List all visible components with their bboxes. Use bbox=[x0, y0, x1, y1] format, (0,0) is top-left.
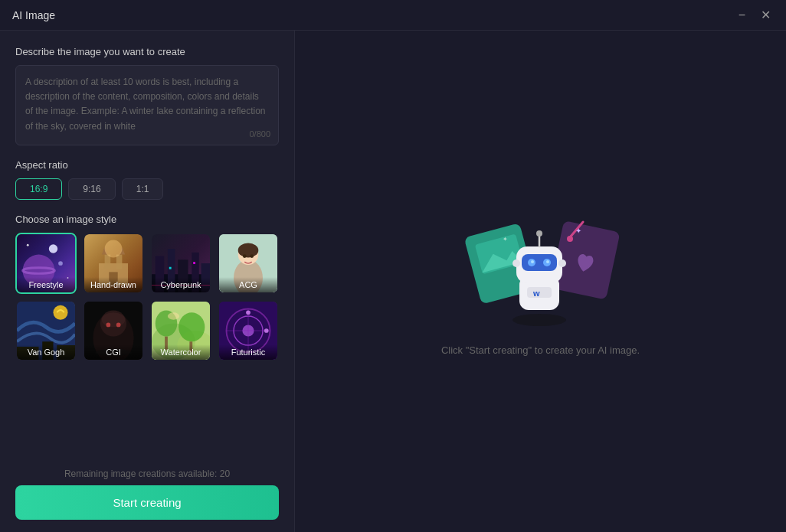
svg-point-4 bbox=[27, 244, 29, 246]
svg-point-75 bbox=[567, 236, 573, 242]
svg-point-36 bbox=[102, 312, 125, 327]
svg-point-44 bbox=[178, 312, 205, 341]
aspect-16-9[interactable]: 16:9 bbox=[15, 178, 62, 200]
svg-point-47 bbox=[168, 312, 179, 320]
char-count: 0/800 bbox=[249, 129, 270, 139]
svg-point-2 bbox=[49, 244, 57, 253]
svg-text:w: w bbox=[532, 289, 540, 298]
svg-point-66 bbox=[531, 260, 534, 263]
style-cyberpunk[interactable]: Cyberpunk bbox=[150, 233, 211, 294]
svg-text:✦: ✦ bbox=[575, 227, 581, 235]
svg-point-25 bbox=[238, 243, 259, 257]
style-watercolor[interactable]: Watercolor bbox=[150, 300, 211, 361]
svg-rect-8 bbox=[116, 255, 123, 269]
right-panel: w ✦ ✦ Click "Start creating" to create y… bbox=[295, 31, 786, 532]
style-hand-drawn[interactable]: Hand-drawn bbox=[83, 233, 144, 294]
svg-rect-7 bbox=[105, 255, 111, 269]
description-label: Describe the image you want to create bbox=[15, 46, 279, 57]
bottom-section: Remaining image creations available: 20 … bbox=[15, 461, 279, 532]
spacer bbox=[15, 369, 279, 461]
svg-text:✦: ✦ bbox=[503, 236, 508, 243]
svg-point-3 bbox=[58, 261, 63, 266]
style-acg[interactable]: ACG bbox=[218, 233, 279, 294]
svg-rect-20 bbox=[169, 267, 172, 269]
style-hand-drawn-label: Hand-drawn bbox=[84, 277, 142, 292]
style-van-gogh-label: Van Gogh bbox=[17, 344, 75, 360]
style-cgi-label: CGI bbox=[84, 344, 142, 360]
svg-point-55 bbox=[264, 328, 269, 333]
main-layout: Describe the image you want to create A … bbox=[0, 31, 786, 532]
description-box[interactable]: A description of at least 10 words is be… bbox=[15, 65, 279, 145]
window-controls: − ✕ bbox=[735, 8, 774, 23]
style-watercolor-label: Watercolor bbox=[152, 344, 210, 360]
hint-text: Click "Start creating" to create your AI… bbox=[441, 344, 640, 356]
start-creating-button[interactable]: Start creating bbox=[15, 485, 279, 520]
svg-point-37 bbox=[106, 323, 111, 328]
svg-point-60 bbox=[513, 314, 566, 326]
style-van-gogh[interactable]: Van Gogh bbox=[15, 300, 77, 361]
style-futuristic[interactable]: Futuristic bbox=[218, 300, 279, 361]
svg-point-54 bbox=[246, 310, 251, 315]
style-section: Choose an image style bbox=[15, 214, 279, 361]
aspect-ratio-options: 16:9 9:16 1:1 bbox=[15, 178, 279, 200]
aspect-1-1[interactable]: 1:1 bbox=[122, 178, 164, 200]
svg-point-38 bbox=[116, 323, 121, 328]
description-section: Describe the image you want to create A … bbox=[15, 46, 279, 159]
svg-rect-63 bbox=[522, 254, 557, 271]
aspect-ratio-label: Aspect ratio bbox=[15, 159, 279, 171]
style-futuristic-label: Futuristic bbox=[219, 344, 277, 360]
left-panel: Describe the image you want to create A … bbox=[0, 31, 295, 532]
aspect-9-16[interactable]: 9:16 bbox=[68, 178, 115, 200]
svg-point-27 bbox=[250, 254, 254, 258]
svg-rect-21 bbox=[193, 262, 195, 264]
aspect-ratio-section: Aspect ratio 16:9 9:16 1:1 bbox=[15, 159, 279, 200]
title-bar: AI Image − ✕ bbox=[0, 0, 786, 31]
svg-point-26 bbox=[243, 254, 247, 258]
svg-point-12 bbox=[105, 240, 123, 258]
description-placeholder: A description of at least 10 words is be… bbox=[25, 75, 269, 134]
style-label: Choose an image style bbox=[15, 214, 279, 225]
svg-point-67 bbox=[546, 260, 549, 263]
style-cgi[interactable]: CGI bbox=[83, 300, 144, 361]
close-button[interactable]: ✕ bbox=[758, 8, 774, 23]
style-freestyle-label: Freestyle bbox=[17, 277, 75, 292]
style-freestyle[interactable]: Freestyle bbox=[15, 233, 77, 294]
svg-point-29 bbox=[54, 305, 68, 320]
illustration: w ✦ ✦ bbox=[457, 207, 625, 329]
app-title: AI Image bbox=[12, 9, 55, 21]
svg-point-71 bbox=[558, 259, 566, 267]
minimize-button[interactable]: − bbox=[735, 8, 748, 23]
style-grid: Freestyle bbox=[15, 233, 279, 361]
style-cyberpunk-label: Cyberpunk bbox=[152, 277, 210, 292]
svg-point-70 bbox=[513, 259, 520, 267]
remaining-text: Remaining image creations available: 20 bbox=[15, 468, 279, 479]
svg-point-69 bbox=[536, 230, 542, 237]
style-acg-label: ACG bbox=[219, 277, 277, 292]
